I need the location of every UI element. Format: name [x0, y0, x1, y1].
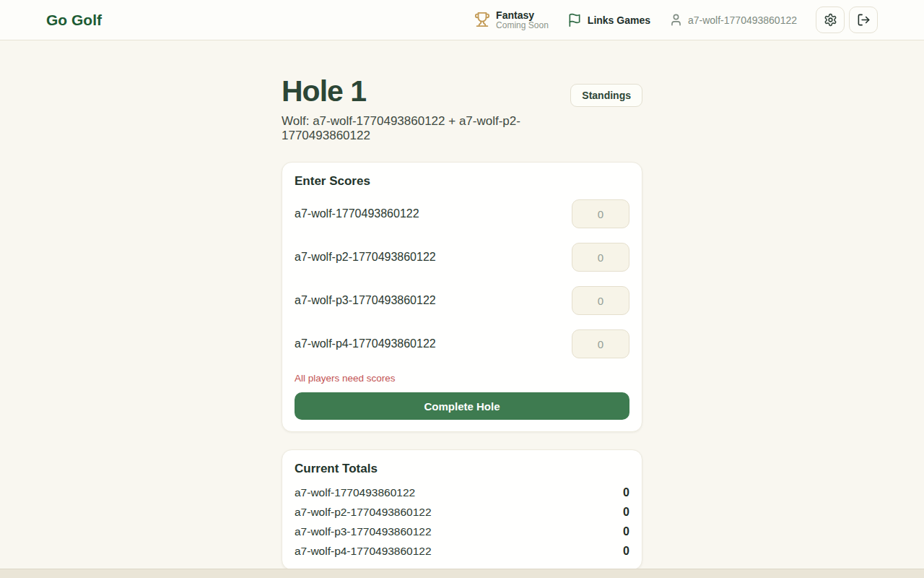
total-value: 0 — [623, 486, 629, 499]
enter-scores-card: Enter Scores a7-wolf-1770493860122 a7-wo… — [282, 162, 642, 432]
total-value: 0 — [623, 545, 629, 558]
player-name: a7-wolf-p2-1770493860122 — [295, 251, 436, 264]
standings-button[interactable]: Standings — [570, 84, 642, 107]
player-name: a7-wolf-1770493860122 — [295, 207, 419, 220]
total-value: 0 — [623, 506, 629, 519]
validation-error: All players need scores — [295, 373, 629, 384]
nav-links-games[interactable]: Links Games — [567, 13, 650, 27]
page-subtitle: Wolf: a7-wolf-1770493860122 + a7-wolf-p2… — [282, 114, 570, 143]
page-title: Hole 1 — [282, 75, 570, 108]
enter-scores-heading: Enter Scores — [295, 174, 629, 189]
total-player-name: a7-wolf-p3-1770493860122 — [295, 525, 432, 538]
gear-icon — [824, 13, 837, 27]
nav-links-games-label: Links Games — [588, 14, 650, 26]
current-totals-card: Current Totals a7-wolf-1770493860122 0 a… — [282, 449, 642, 570]
title-row: Hole 1 Wolf: a7-wolf-1770493860122 + a7-… — [282, 75, 642, 143]
total-value: 0 — [623, 525, 629, 538]
app-header: Go Golf Fantasy Coming Soon — [0, 0, 924, 40]
user-info: a7-wolf-1770493860122 — [669, 13, 797, 27]
total-player-name: a7-wolf-1770493860122 — [295, 486, 415, 499]
total-player-name: a7-wolf-p2-1770493860122 — [295, 506, 432, 519]
nav-fantasy-label: Fantasy — [496, 9, 549, 21]
header-nav: Fantasy Coming Soon Links Games a7-wolf-… — [474, 7, 878, 33]
score-row: a7-wolf-p3-1770493860122 — [295, 286, 629, 315]
current-totals-heading: Current Totals — [295, 462, 629, 476]
settings-button[interactable] — [816, 7, 845, 33]
score-row: a7-wolf-p4-1770493860122 — [295, 329, 629, 358]
logout-icon — [857, 13, 871, 27]
score-row: a7-wolf-p2-1770493860122 — [295, 243, 629, 272]
app-logo[interactable]: Go Golf — [46, 12, 102, 29]
trophy-icon — [474, 12, 490, 27]
score-rows: a7-wolf-1770493860122 a7-wolf-p2-1770493… — [295, 199, 629, 358]
score-input[interactable] — [572, 243, 629, 272]
nav-fantasy[interactable]: Fantasy Coming Soon — [474, 9, 549, 31]
username: a7-wolf-1770493860122 — [688, 14, 797, 26]
logout-button[interactable] — [849, 7, 878, 33]
nav-fantasy-sublabel: Coming Soon — [496, 21, 549, 31]
total-rows: a7-wolf-1770493860122 0 a7-wolf-p2-17704… — [295, 483, 629, 561]
total-row: a7-wolf-p4-1770493860122 0 — [295, 541, 629, 561]
main-content: Hole 1 Wolf: a7-wolf-1770493860122 + a7-… — [282, 40, 642, 570]
score-row: a7-wolf-1770493860122 — [295, 199, 629, 228]
flag-icon — [567, 13, 582, 27]
player-name: a7-wolf-p3-1770493860122 — [295, 294, 436, 307]
complete-hole-button[interactable]: Complete Hole — [295, 392, 629, 420]
total-row: a7-wolf-1770493860122 0 — [295, 483, 629, 502]
score-input[interactable] — [572, 286, 629, 315]
footer-strip — [0, 569, 924, 578]
total-row: a7-wolf-p3-1770493860122 0 — [295, 522, 629, 541]
total-row: a7-wolf-p2-1770493860122 0 — [295, 502, 629, 522]
user-icon — [669, 13, 683, 27]
score-input[interactable] — [572, 329, 629, 358]
player-name: a7-wolf-p4-1770493860122 — [295, 337, 436, 350]
total-player-name: a7-wolf-p4-1770493860122 — [295, 545, 432, 558]
score-input[interactable] — [572, 199, 629, 228]
